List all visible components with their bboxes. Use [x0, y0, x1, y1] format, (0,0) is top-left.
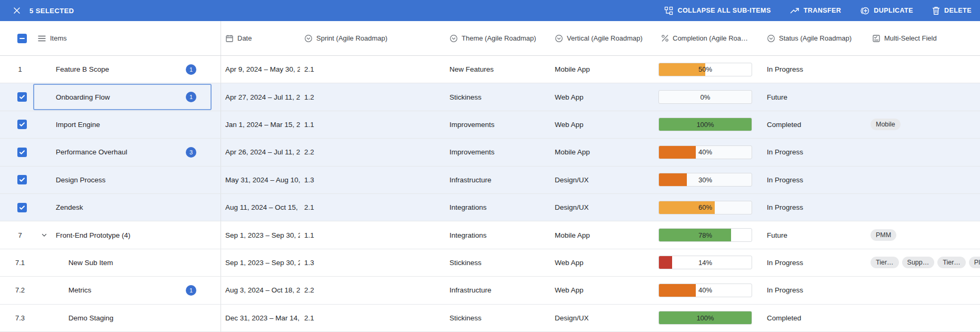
- cell-sprint[interactable]: 1.1: [300, 111, 445, 138]
- duplicate-button[interactable]: DUPLICATE: [860, 6, 913, 15]
- item-name[interactable]: Onboarding Flow: [56, 93, 110, 101]
- item-primary-cell[interactable]: 7 Front-End Prototype (4): [0, 221, 221, 248]
- cell-sprint[interactable]: 2.2: [300, 139, 445, 165]
- cell-tags[interactable]: [868, 277, 980, 304]
- item-name[interactable]: Metrics: [56, 286, 92, 294]
- cell-tags[interactable]: [868, 194, 980, 221]
- collapse-chevron-icon[interactable]: [33, 231, 56, 239]
- cell-theme[interactable]: New Features: [445, 56, 551, 83]
- column-header-items[interactable]: Items: [50, 34, 67, 42]
- cell-completion[interactable]: 40%: [657, 277, 763, 304]
- cell-vertical[interactable]: Design/UX: [551, 305, 657, 331]
- cell-completion[interactable]: 100%: [657, 111, 763, 138]
- cell-status[interactable]: In Progress: [763, 139, 868, 165]
- cell-theme[interactable]: Integrations: [445, 221, 551, 248]
- cell-completion[interactable]: 78%: [657, 221, 763, 248]
- item-primary-cell[interactable]: Onboarding Flow 1: [0, 83, 221, 110]
- cell-vertical[interactable]: Web App: [551, 83, 657, 110]
- cell-date[interactable]: Apr 27, 2024 – Jul 11, 2024: [221, 83, 300, 110]
- cell-vertical[interactable]: Design/UX: [551, 194, 657, 221]
- item-name[interactable]: Demo Staging: [56, 314, 114, 322]
- item-name[interactable]: Feature B Scope: [56, 65, 109, 73]
- item-name[interactable]: Front-End Prototype (4): [56, 231, 131, 239]
- cell-tags[interactable]: [868, 167, 980, 193]
- table-row[interactable]: Zendesk Aug 11, 2024 – Oct 15, 2024 2.1 …: [0, 194, 980, 221]
- table-row[interactable]: 7.2 Metrics 1 Aug 3, 2024 – Oct 18, 2024…: [0, 277, 980, 304]
- cell-status[interactable]: Completed: [763, 305, 868, 331]
- cell-date[interactable]: May 31, 2024 – Aug 10, 2024: [221, 167, 300, 193]
- cell-tags[interactable]: [868, 83, 980, 110]
- table-row[interactable]: Onboarding Flow 1 Apr 27, 2024 – Jul 11,…: [0, 83, 980, 111]
- cell-sprint[interactable]: 1.3: [300, 249, 445, 276]
- table-row[interactable]: Import Engine Jan 1, 2024 – Mar 15, 2024…: [0, 111, 980, 139]
- item-name[interactable]: Import Engine: [56, 121, 100, 129]
- cell-status[interactable]: In Progress: [763, 56, 868, 83]
- cell-status[interactable]: Future: [763, 83, 868, 110]
- cell-date[interactable]: Aug 11, 2024 – Oct 15, 2024: [221, 194, 300, 221]
- cell-status[interactable]: In Progress: [763, 167, 868, 193]
- table-row[interactable]: 1 Feature B Scope 1 Apr 9, 2024 – May 30…: [0, 56, 980, 83]
- cell-theme[interactable]: Stickiness: [445, 249, 551, 276]
- item-name[interactable]: Design Process: [56, 176, 106, 184]
- close-selection-button[interactable]: [12, 5, 22, 16]
- cell-sprint[interactable]: 2.1: [300, 56, 445, 83]
- cell-vertical[interactable]: Mobile App: [551, 221, 657, 248]
- row-checkbox[interactable]: [17, 203, 27, 212]
- cell-completion[interactable]: 0%: [657, 83, 763, 110]
- table-row[interactable]: Performance Overhaul 3 Apr 26, 2024 – Ju…: [0, 139, 980, 166]
- cell-completion[interactable]: 30%: [657, 167, 763, 193]
- collapse-all-sub-items-button[interactable]: COLLAPSE ALL SUB-ITEMS: [664, 6, 771, 15]
- item-name[interactable]: Zendesk: [56, 203, 83, 211]
- cell-date[interactable]: Apr 26, 2024 – Jul 11, 2024: [221, 139, 300, 165]
- cell-date[interactable]: Dec 31, 2023 – Mar 14, 2024: [221, 305, 300, 331]
- item-primary-cell[interactable]: Import Engine: [0, 111, 221, 138]
- cell-vertical[interactable]: Web App: [551, 249, 657, 276]
- cell-vertical[interactable]: Design/UX: [551, 167, 657, 193]
- cell-tags[interactable]: [868, 305, 980, 331]
- cell-theme[interactable]: Integrations: [445, 194, 551, 221]
- cell-sprint[interactable]: 1.2: [300, 83, 445, 110]
- cell-tags[interactable]: [868, 139, 980, 165]
- cell-completion[interactable]: 100%: [657, 305, 763, 331]
- cell-sprint[interactable]: 2.1: [300, 194, 445, 221]
- cell-tags[interactable]: PMM: [868, 221, 980, 248]
- item-primary-cell[interactable]: 7.3 Demo Staging: [0, 305, 221, 331]
- column-header-sprint[interactable]: Sprint (Agile Roadmap): [300, 21, 445, 55]
- cell-date[interactable]: Sep 1, 2023 – Sep 30, 2023: [221, 249, 300, 276]
- cell-completion[interactable]: 60%: [657, 194, 763, 221]
- cell-completion[interactable]: 14%: [657, 249, 763, 276]
- column-header-status[interactable]: Status (Agile Roadmap): [763, 21, 868, 55]
- cell-sprint[interactable]: 1.1: [300, 221, 445, 248]
- item-name[interactable]: New Sub Item: [56, 259, 113, 267]
- cell-vertical[interactable]: Mobile App: [551, 56, 657, 83]
- subitem-count-badge[interactable]: 1: [186, 92, 196, 102]
- item-primary-cell[interactable]: 7.2 Metrics 1: [0, 277, 221, 304]
- item-name[interactable]: Performance Overhaul: [56, 148, 127, 156]
- cell-date[interactable]: Sep 1, 2023 – Sep 30, 2023: [221, 221, 300, 248]
- row-checkbox[interactable]: [17, 175, 27, 184]
- item-primary-cell[interactable]: 1 Feature B Scope 1: [0, 56, 221, 83]
- cell-date[interactable]: Jan 1, 2024 – Mar 15, 2024: [221, 111, 300, 138]
- select-all-checkbox[interactable]: [17, 34, 27, 43]
- subitem-count-badge[interactable]: 1: [186, 285, 196, 296]
- table-row[interactable]: Design Process May 31, 2024 – Aug 10, 20…: [0, 167, 980, 194]
- cell-tags[interactable]: Tier…Supp…Tier…Pl…: [868, 249, 980, 276]
- cell-sprint[interactable]: 2.1: [300, 305, 445, 331]
- cell-completion[interactable]: 40%: [657, 139, 763, 165]
- row-checkbox[interactable]: [17, 148, 27, 157]
- row-checkbox[interactable]: [17, 92, 27, 102]
- cell-theme[interactable]: Stickiness: [445, 305, 551, 331]
- column-header-theme[interactable]: Theme (Agile Roadmap): [445, 21, 551, 55]
- cell-status[interactable]: In Progress: [763, 249, 868, 276]
- cell-sprint[interactable]: 2.2: [300, 277, 445, 304]
- column-header-completion[interactable]: Completion (Agile Roa…: [657, 21, 763, 55]
- item-primary-cell[interactable]: Design Process: [0, 167, 221, 193]
- cell-sprint[interactable]: 1.3: [300, 167, 445, 193]
- subitem-count-badge[interactable]: 1: [186, 64, 196, 75]
- cell-theme[interactable]: Infrastructure: [445, 277, 551, 304]
- column-header-date[interactable]: Date: [221, 21, 300, 55]
- cell-date[interactable]: Aug 3, 2024 – Oct 18, 2024: [221, 277, 300, 304]
- cell-vertical[interactable]: Mobile App: [551, 139, 657, 165]
- cell-theme[interactable]: Improvements: [445, 139, 551, 165]
- delete-button[interactable]: DELETE: [932, 6, 972, 15]
